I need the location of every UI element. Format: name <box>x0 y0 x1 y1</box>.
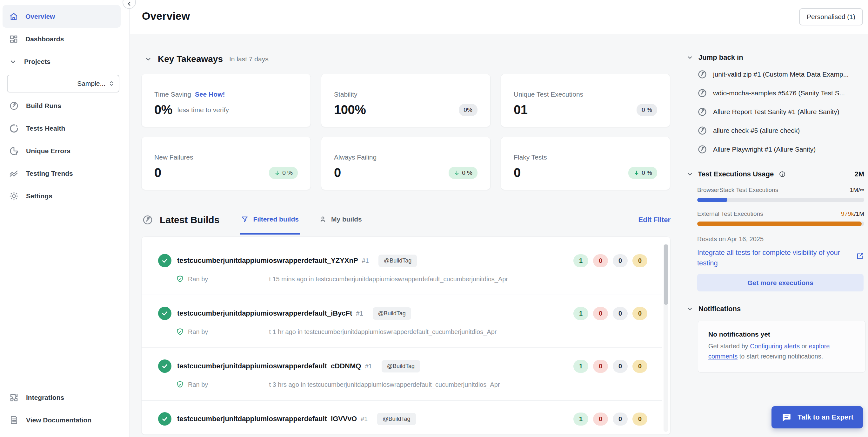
status-passed-icon <box>158 307 172 320</box>
count-passed: 1 <box>574 307 588 320</box>
sidebar-item-unique-errors[interactable]: Unique Errors <box>3 140 121 162</box>
ran-by-label: Ran by <box>188 328 208 336</box>
ran-by-label: Ran by <box>188 275 208 283</box>
build-icon <box>142 214 153 226</box>
build-number: #1 <box>365 362 372 370</box>
see-how-link[interactable]: See How! <box>195 91 225 98</box>
usage-meter-external: External Test Executions 979k/1M <box>697 210 864 226</box>
count-failed: 0 <box>593 254 608 267</box>
count-skipped: 0 <box>613 360 628 373</box>
tests-health-icon <box>9 123 19 134</box>
build-icon <box>697 88 707 98</box>
build-meta: t 3 hrs ago in testcucumberjunitdappiumi… <box>269 381 500 388</box>
count-skipped: 0 <box>613 412 628 426</box>
chevron-down-icon[interactable] <box>686 305 693 313</box>
sidebar-item-label: Integrations <box>26 394 64 401</box>
trend-badge: 0% <box>459 104 477 116</box>
count-flaky: 0 <box>632 307 647 320</box>
chevron-down-icon[interactable] <box>686 171 693 178</box>
integrate-link[interactable]: Integrate all tests for complete visibil… <box>697 247 844 268</box>
jump-back-item[interactable]: wdio-mocha-samples #5476 (Sanity Test S.… <box>697 84 864 102</box>
build-tag-pill[interactable]: @BuildTag <box>377 413 415 425</box>
filter-funnel-icon <box>241 215 249 223</box>
external-link-icon[interactable] <box>856 252 864 260</box>
sidebar-item-label: Build Runs <box>26 102 61 110</box>
count-skipped: 0 <box>613 254 628 267</box>
build-tag-pill[interactable]: @BuildTag <box>373 307 411 320</box>
personalised-button[interactable]: Personalised (1) <box>799 8 863 25</box>
build-name[interactable]: testcucumberjunitdappiumioswrapperdefaul… <box>177 257 358 265</box>
sidebar-item-view-documentation[interactable]: View Documentation <box>3 409 121 431</box>
build-name[interactable]: testcucumberjunitdappiumioswrapperdefaul… <box>177 362 361 370</box>
sidebar-item-integrations[interactable]: Integrations <box>3 386 121 409</box>
jump-back-item[interactable]: Allure Report Test Sanity #1 (Allure San… <box>697 102 864 121</box>
trend-badge: 0 % <box>448 167 477 179</box>
tab-filtered-builds[interactable]: Filtered builds <box>240 205 300 235</box>
build-tag-pill[interactable]: @BuildTag <box>382 360 420 373</box>
talk-to-expert-button[interactable]: Talk to an Expert <box>772 406 863 429</box>
builds-list: testcucumberjunitdappiumioswrapperdefaul… <box>141 236 671 435</box>
card-stability: Stability 100% 0% <box>321 74 491 127</box>
count-failed: 0 <box>593 307 608 320</box>
sidebar-item-label: Overview <box>25 13 55 20</box>
scrollbar-track[interactable] <box>663 244 668 432</box>
build-row[interactable]: testcucumberjunitdappiumioswrapperdefaul… <box>142 295 662 348</box>
sidebar-item-label: Testing Trends <box>26 170 73 177</box>
card-value: 0 <box>154 166 161 180</box>
card-time-saving: Time Saving See How! 0% less time to ver… <box>141 74 311 127</box>
tab-my-builds[interactable]: My builds <box>318 205 363 235</box>
scrollbar-thumb[interactable] <box>664 244 668 305</box>
build-row[interactable]: testcucumberjunitdappiumioswrapperdefaul… <box>142 242 662 295</box>
key-takeaways-cards: Time Saving See How! 0% less time to ver… <box>141 74 671 190</box>
key-takeaways-header: Key Takeaways In last 7 days <box>145 54 671 64</box>
home-icon <box>9 12 19 21</box>
sidebar-item-tests-health[interactable]: Tests Health <box>3 117 121 140</box>
chevron-down-icon <box>9 58 17 66</box>
card-flaky-tests: Flaky Tests 0 0 % <box>501 137 670 190</box>
right-panel: Jump back in junit-valid zip #1 (Custom … <box>685 34 864 373</box>
build-name[interactable]: testcucumberjunitdappiumioswrapperdefaul… <box>177 415 357 423</box>
build-row[interactable]: testcucumberjunitdappiumioswrapperdefaul… <box>142 401 662 435</box>
build-icon <box>697 144 707 154</box>
sidebar-item-testing-trends[interactable]: Testing Trends <box>3 162 121 185</box>
page-title: Overview <box>142 10 190 22</box>
count-failed: 0 <box>593 360 608 373</box>
jump-back-in-section: Jump back in junit-valid zip #1 (Custom … <box>685 53 864 158</box>
build-meta: t 15 mins ago in testcucumberjunitdappiu… <box>269 275 508 283</box>
usage-title: Test Executions Usage <box>698 170 774 178</box>
chevron-down-icon[interactable] <box>145 55 152 63</box>
build-counts: 1 0 0 0 <box>574 412 647 426</box>
project-selector[interactable]: Sample... <box>7 75 119 92</box>
sidebar-item-dashboards[interactable]: Dashboards <box>3 28 121 50</box>
progress-bar <box>697 222 864 226</box>
dashboards-icon <box>9 34 19 44</box>
jump-back-item[interactable]: Allure Playwright #1 (Allure Sanity) <box>697 140 864 158</box>
trend-badge: 0 % <box>628 167 657 179</box>
build-tag-pill[interactable]: @BuildTag <box>378 255 417 267</box>
jump-back-item[interactable]: allure check #5 (allure check) <box>697 121 864 140</box>
trend-badge: 0 % <box>269 167 298 179</box>
card-unique-test-executions: Unique Test Executions 01 0 % <box>501 74 670 127</box>
usage-meter-browserstack: BrowserStack Test Executions 1M/∞ <box>697 186 864 202</box>
sidebar-item-settings[interactable]: Settings <box>3 185 121 207</box>
get-more-executions-button[interactable]: Get more executions <box>697 274 864 291</box>
progress-bar-fill <box>697 222 862 226</box>
build-icon <box>697 107 707 117</box>
person-icon <box>319 215 327 223</box>
sidebar-item-label: Dashboards <box>25 35 64 43</box>
info-icon[interactable] <box>779 171 786 178</box>
build-counts: 1 0 0 0 <box>574 360 647 373</box>
build-name[interactable]: testcucumberjunitdappiumioswrapperdefaul… <box>177 309 352 318</box>
key-takeaways-subtitle: In last 7 days <box>229 55 269 63</box>
jump-back-item[interactable]: junit-valid zip #1 (Custom Meta Data Exa… <box>697 65 864 84</box>
chevron-down-icon[interactable] <box>686 54 693 61</box>
configuring-alerts-link[interactable]: Configuring alerts <box>750 343 800 350</box>
jump-back-in-title: Jump back in <box>699 53 743 62</box>
talk-to-expert-label: Talk to an Expert <box>798 413 854 421</box>
sidebar-item-overview[interactable]: Overview <box>3 5 121 28</box>
edit-filter-link[interactable]: Edit Filter <box>639 216 671 224</box>
sidebar-section-projects[interactable]: Projects <box>3 50 121 73</box>
build-row[interactable]: testcucumberjunitdappiumioswrapperdefaul… <box>142 348 662 401</box>
sidebar-item-build-runs[interactable]: Build Runs <box>3 94 121 117</box>
main-header: Overview Personalised (1) <box>130 0 868 34</box>
